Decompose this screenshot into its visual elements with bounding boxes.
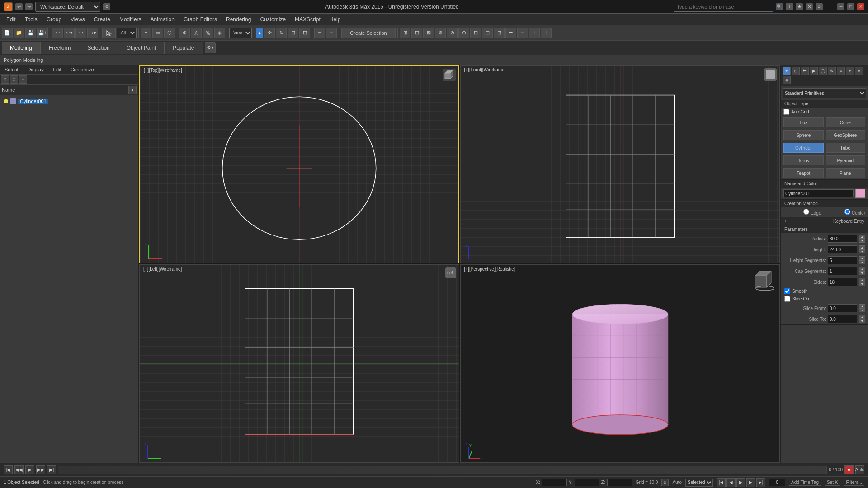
y-coord[interactable] [575,479,599,486]
media11-btn[interactable]: ⊣ [517,28,528,38]
play-btn[interactable]: ▶ [25,465,34,474]
viewport-top[interactable]: [+][Top][Wireframe] [139,65,459,263]
menu-tools[interactable]: Tools [20,15,42,23]
sfrom-down[interactable]: ▼ [859,308,865,312]
app-icon[interactable]: 3 [4,2,13,11]
rpanel-extra3-icon[interactable]: ● [855,67,863,75]
redo-toolbar-btn[interactable]: ↪ [75,28,86,38]
cap-segments-input[interactable] [828,267,857,275]
sto-up[interactable]: ▲ [859,315,865,319]
vp-left-corner[interactable]: Left [445,267,456,278]
vp-front-corner[interactable] [764,68,777,81]
undo-dropdown[interactable]: ↩▾ [64,28,75,38]
snap-3d-btn[interactable]: ⊕ [179,28,190,38]
rpanel-extra2-icon[interactable]: + [846,67,854,75]
close-search-btn[interactable]: ✕ [806,3,813,10]
pb-play-fwd[interactable]: ▶ [736,478,745,487]
filter-dropdown[interactable]: All [117,28,137,38]
cseg-spinner[interactable]: ▲ ▼ [859,267,865,275]
radius-up[interactable]: ▲ [859,235,865,239]
redo-dropdown[interactable]: ↪▾ [87,28,98,38]
minimize-btn[interactable]: ─ [837,3,844,10]
sort-up-btn[interactable]: ▲ [128,86,137,94]
filters[interactable]: Filters... [844,479,864,486]
media12-btn[interactable]: ⊤ [529,28,540,38]
align-btn[interactable]: ⊣ [326,28,337,38]
slice-to-input[interactable] [828,315,857,323]
hseg-spinner[interactable]: ▲ ▼ [859,256,865,264]
rpanel-modify-icon[interactable]: ⊡ [792,67,800,75]
pyramid-btn[interactable]: Pyramid [826,155,866,165]
cseg-up[interactable]: ▲ [859,267,865,271]
maximize-btn[interactable]: □ [847,3,854,10]
redo-btn[interactable]: ↪ [25,3,33,10]
sphere-btn[interactable]: Sphere [783,130,824,140]
spinner-snap-btn[interactable]: ◈ [214,28,225,38]
media4-btn[interactable]: ⊛ [435,28,446,38]
rpanel-motion-icon[interactable]: ▶ [810,67,818,75]
media3-btn[interactable]: ⊠ [423,28,434,38]
rpanel-extra-icon[interactable]: ≡ [837,67,845,75]
media10-btn[interactable]: ⊢ [505,28,516,38]
vp-top-corner[interactable] [443,69,456,81]
radius-spinner[interactable]: ▲ ▼ [859,235,865,243]
rect-select-btn[interactable]: ▭ [152,28,163,38]
lpanel-tab-select[interactable]: Select [0,65,23,74]
lpanel-close-btn[interactable]: ✕ [1,75,9,84]
name-and-color-header[interactable]: Name and Color [781,180,868,188]
scale-btn[interactable]: ⊞ [288,28,298,38]
add-time-tag[interactable]: Add Time Tag [789,479,821,486]
x-coord[interactable] [542,479,567,486]
tab-freeform[interactable]: Freeform [41,42,80,54]
timeline-track[interactable] [58,466,827,474]
height-input[interactable] [828,245,857,253]
menu-views[interactable]: Views [66,15,90,23]
tree-item-cylinder001[interactable]: Cylinder001 [2,97,137,105]
hseg-down[interactable]: ▼ [859,260,865,264]
media13-btn[interactable]: ⊥ [541,28,552,38]
tab-object-paint[interactable]: Object Paint [118,42,165,54]
sides-up[interactable]: ▲ [859,278,865,282]
object-name-input[interactable] [783,189,854,197]
pb-end[interactable]: ▶| [756,478,765,487]
new-btn[interactable]: 📄 [2,28,13,38]
sides-spinner[interactable]: ▲ ▼ [859,278,865,286]
torus-btn[interactable]: Torus [783,155,824,165]
height-spinner[interactable]: ▲ ▼ [859,245,865,253]
angle-snap-btn[interactable]: ∡ [191,28,202,38]
height-down[interactable]: ▼ [859,249,865,253]
frame-input[interactable] [769,479,785,486]
pb-start[interactable]: |◀ [717,478,726,487]
sto-down[interactable]: ▼ [859,319,865,323]
tab-modeling[interactable]: Modeling [2,42,41,54]
cylinder-btn[interactable]: Cylinder [783,143,824,153]
slice-on-checkbox[interactable] [784,296,790,302]
smooth-checkbox[interactable] [784,288,790,294]
search-input[interactable] [674,2,773,12]
star-btn[interactable]: ★ [796,3,803,10]
info-btn[interactable]: i [786,3,793,10]
height-segments-input[interactable] [828,256,857,264]
creation-method-header[interactable]: Creation Method [781,200,868,207]
geosphere-btn[interactable]: GeoSphere [826,130,866,140]
rpanel-extra4-icon[interactable]: ◈ [783,76,791,84]
save-as-btn[interactable]: 💾+ [37,28,48,38]
menu-maxscript[interactable]: MAXScript [290,15,325,23]
scale2-btn[interactable]: ⊟ [299,28,310,38]
sfrom-up[interactable]: ▲ [859,304,865,308]
cseg-down[interactable]: ▼ [859,271,865,275]
viewport-front[interactable]: [+][Front][Wireframe] [460,65,780,263]
tube-btn[interactable]: Tube [826,143,866,153]
percent-snap-btn[interactable]: % [203,28,213,38]
media-btn[interactable]: ⊞ [400,28,410,38]
menu-rendering[interactable]: Rendering [222,15,255,23]
set-k[interactable]: Set K [825,479,840,486]
selected-dropdown[interactable]: Selected [685,479,713,487]
autogrid-checkbox[interactable] [783,109,789,115]
vp-persp-corner[interactable] [753,267,777,292]
teapot-btn[interactable]: Teapot [783,168,824,178]
menu-animation[interactable]: Animation [146,15,179,23]
save-btn[interactable]: 💾 [25,28,36,38]
pb-prev[interactable]: ◀ [726,478,736,487]
more-btn[interactable]: » [816,3,823,10]
